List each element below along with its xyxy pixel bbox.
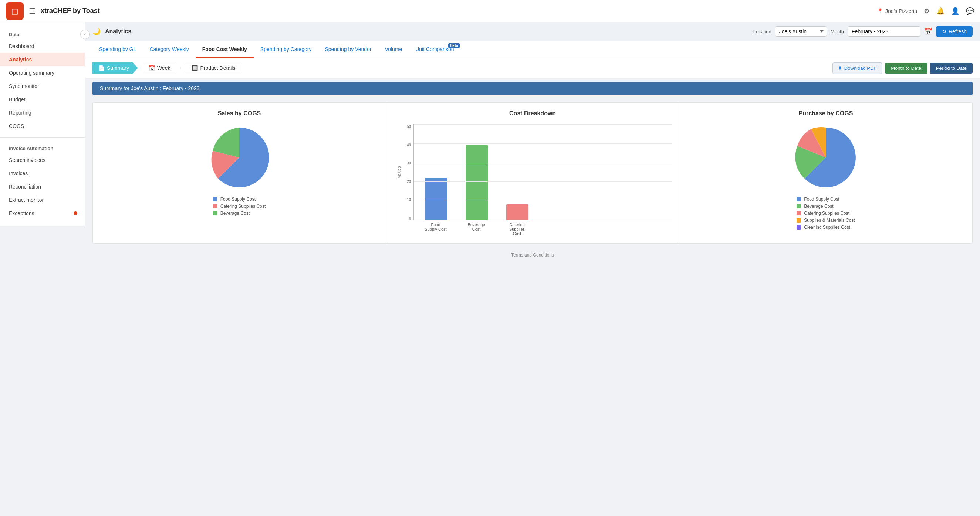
legend-beverage-2: Beverage Cost — [797, 204, 854, 209]
legend-cleaning: Cleaning Supplies Cost — [797, 225, 854, 230]
x-label-food: Food Supply Cost — [425, 222, 447, 236]
sidebar-item-operating-summary[interactable]: Operating summary — [0, 66, 85, 79]
food-supply-label-2: Food Supply Cost — [804, 197, 839, 202]
settings-icon[interactable]: ⚙ — [924, 7, 930, 15]
x-labels: Food Supply Cost Beverage Cost Catering … — [414, 220, 671, 236]
sidebar-item-reporting[interactable]: Reporting — [0, 106, 85, 119]
sidebar-item-search-invoices[interactable]: Search invoices — [0, 153, 85, 167]
refresh-icon: ↻ — [942, 29, 947, 34]
tab-spending-category[interactable]: Spending by Category — [254, 41, 318, 59]
sales-cogs-title: Sales by COGS — [100, 110, 378, 117]
product-details-label: Product Details — [200, 65, 235, 71]
location-select[interactable]: Joe's Austin — [775, 26, 827, 37]
beverage-label-2: Beverage Cost — [804, 204, 833, 209]
tab-spending-gl[interactable]: Spending by GL — [92, 41, 143, 59]
footer-text[interactable]: Terms and Conditions — [511, 252, 554, 258]
legend-food-supply-2: Food Supply Cost — [797, 197, 854, 202]
legend-food-supply: Food Supply Cost — [213, 197, 266, 202]
nav-location-text: Joe's Pizzeria — [885, 8, 917, 14]
supplies-label: Supplies & Materials Cost — [804, 218, 854, 223]
sidebar-item-sync-monitor[interactable]: Sync monitor — [0, 79, 85, 93]
help-icon[interactable]: 💬 — [966, 7, 974, 15]
download-icon: ⬇ — [838, 65, 842, 71]
menu-hamburger[interactable]: ☰ — [29, 6, 35, 16]
month-label: Month — [830, 29, 844, 34]
sidebar-collapse-btn[interactable]: ‹ — [80, 30, 90, 39]
week-label: Week — [157, 65, 170, 71]
purchase-cogs-panel: Purchase by COGS — [679, 103, 972, 243]
invoice-section-label: Invoice Automation — [0, 142, 85, 153]
user-icon[interactable]: 👤 — [951, 7, 959, 15]
analytics-header: 🌙 Analytics Location Joe's Austin Month … — [85, 22, 980, 41]
food-supply-dot-2 — [797, 197, 801, 202]
sidebar-item-budget[interactable]: Budget — [0, 93, 85, 106]
purchase-cogs-pie — [792, 124, 859, 191]
y-tick-40: 40 — [407, 143, 411, 147]
tab-food-cost-weekly[interactable]: Food Cost Weekly — [196, 41, 254, 59]
bell-icon[interactable]: 🔔 — [936, 7, 945, 15]
sidebar-item-dashboard[interactable]: Dashboard — [0, 40, 85, 53]
ptd-button[interactable]: Period to Date — [930, 63, 973, 73]
badge-dot-exceptions — [73, 211, 77, 215]
grid-50 — [414, 124, 671, 125]
product-details-icon: 🔲 — [192, 65, 198, 71]
food-supply-dot — [213, 197, 218, 202]
month-input[interactable] — [848, 26, 920, 37]
sales-cogs-pie — [206, 124, 272, 191]
layout: Data DashboardAnalyticsOperating summary… — [0, 22, 980, 516]
cost-breakdown-panel: Cost Breakdown Values 0 10 20 30 40 50 — [386, 103, 679, 243]
summary-banner-text: Summary for Joe's Austin : February - 20… — [100, 86, 200, 91]
catering-dot — [213, 204, 218, 208]
x-label-catering: Catering Supplies Cost — [506, 222, 528, 236]
sales-cogs-panel: Sales by COGS Food Supply Cost — [93, 103, 386, 243]
catering-dot-2 — [797, 211, 801, 216]
bar-beverage-rect — [466, 145, 488, 220]
data-section-label: Data — [0, 28, 85, 40]
sidebar: Data DashboardAnalyticsOperating summary… — [0, 22, 85, 226]
food-supply-label: Food Supply Cost — [220, 197, 256, 202]
tab-category-weekly[interactable]: Category Weekly — [143, 41, 195, 59]
beverage-dot — [213, 211, 218, 216]
analytics-title: Analytics — [105, 28, 749, 35]
top-nav: ◻ ☰ xtraCHEF by Toast 📍 Joe's Pizzeria ⚙… — [0, 0, 980, 22]
y-axis-label: Values — [397, 166, 401, 179]
sidebar-item-extract-monitor[interactable]: Extract monitor — [0, 193, 85, 206]
legend-supplies: Supplies & Materials Cost — [797, 218, 854, 223]
catering-label-2: Catering Supplies Cost — [804, 211, 850, 216]
charts-container: Sales by COGS Food Supply Cost — [92, 102, 973, 244]
cleaning-dot — [797, 225, 801, 230]
beta-badge-unit-comparison: Beta — [448, 43, 460, 48]
grid-30 — [414, 163, 671, 163]
bar-food-supply-rect — [425, 178, 447, 220]
step-week[interactable]: 📅 Week — [138, 62, 181, 74]
sidebar-item-reconciliation[interactable]: Reconciliation — [0, 180, 85, 193]
location-label: Location — [753, 29, 772, 34]
sub-toolbar-right: ⬇ Download PDF Month to Date Period to D… — [832, 62, 973, 74]
sub-toolbar: 📄 Summary 📅 Week 🔲 Product Details ⬇ Dow… — [85, 59, 980, 78]
calendar-icon[interactable]: 📅 — [924, 27, 932, 35]
mtd-button[interactable]: Month to Date — [885, 63, 927, 73]
purchase-cogs-legend: Food Supply Cost Beverage Cost Catering … — [797, 197, 854, 230]
sidebar-item-invoices[interactable]: Invoices — [0, 167, 85, 180]
tab-spending-vendor[interactable]: Spending by Vendor — [318, 41, 378, 59]
footer: Terms and Conditions — [85, 247, 980, 263]
step-summary[interactable]: 📄 Summary — [92, 62, 138, 73]
download-pdf-button[interactable]: ⬇ Download PDF — [832, 62, 882, 74]
bar-catering-rect — [506, 205, 528, 220]
tab-volume[interactable]: Volume — [378, 41, 409, 59]
analytics-moon-icon: 🌙 — [92, 27, 100, 35]
purchase-cogs-chart: Food Supply Cost Beverage Cost Catering … — [687, 124, 965, 230]
x-label-beverage: Beverage Cost — [465, 222, 487, 236]
bar-food-supply — [425, 178, 447, 220]
app-title: xtraCHEF by Toast — [41, 7, 877, 15]
bar-beverage — [466, 145, 488, 220]
sidebar-item-exceptions[interactable]: Exceptions — [0, 206, 85, 220]
grid-20 — [414, 181, 671, 182]
y-tick-20: 20 — [407, 179, 411, 184]
step-product-details[interactable]: 🔲 Product Details — [181, 62, 242, 74]
refresh-button[interactable]: ↻ Refresh — [936, 26, 973, 37]
breadcrumb-steps: 📄 Summary 📅 Week 🔲 Product Details — [92, 62, 242, 74]
sidebar-item-cogs[interactable]: COGS — [0, 119, 85, 133]
tab-unit-comparison[interactable]: Unit ComparisonBeta — [409, 41, 460, 59]
sidebar-item-analytics[interactable]: Analytics — [0, 53, 85, 66]
